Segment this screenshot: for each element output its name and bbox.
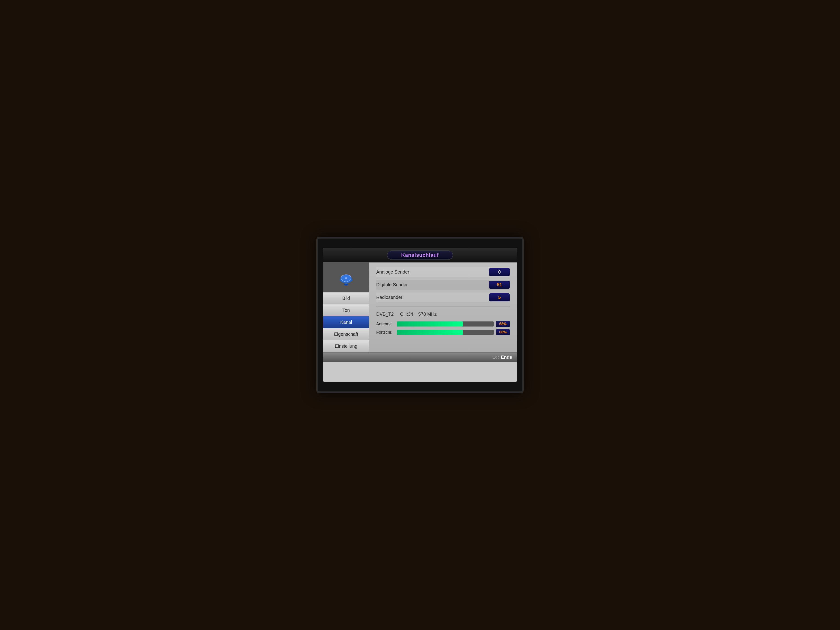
antenne-label: Antenne xyxy=(376,322,395,327)
antenne-percent: 68% xyxy=(496,321,510,327)
sidebar-item-einstellung[interactable]: Einstellung xyxy=(323,340,369,352)
radiosender-row: Radiosender: 5 xyxy=(376,292,510,302)
channel-freq: 578 MHz xyxy=(418,311,437,317)
footer: Exit Ende xyxy=(323,352,517,362)
page-title: Kanalsuchlauf xyxy=(401,252,439,258)
sidebar-item-eigenschaft[interactable]: Eigenschaft xyxy=(323,328,369,340)
right-panel: Analoge Sender: 0 Digitale Sender: 51 Ra… xyxy=(369,262,517,352)
fortschr-row: Fortschr. 68% xyxy=(376,329,510,335)
divider xyxy=(376,306,510,306)
svg-point-6 xyxy=(344,284,348,286)
antenne-bar-fill xyxy=(397,321,463,327)
radiosender-label: Radiosender: xyxy=(376,295,404,300)
fortschr-bar-fill xyxy=(397,330,463,335)
main-content: Bild Ton Kanal Eigenschaft Einstellung xyxy=(323,262,517,352)
title-bar: Kanalsuchlauf xyxy=(323,248,517,262)
progress-section: Antenne 68% Fortschr. 68% xyxy=(376,321,510,335)
sidebar: Bild Ton Kanal Eigenschaft Einstellung xyxy=(323,262,369,352)
tv-container: Kanalsuchlauf xyxy=(316,237,524,393)
radiosender-value: 5 xyxy=(489,294,510,302)
exit-label: Exit xyxy=(492,355,499,360)
fortschr-label: Fortschr. xyxy=(376,330,395,335)
svg-point-4 xyxy=(345,277,347,279)
analoge-sender-row: Analoge Sender: 0 xyxy=(376,267,510,277)
title-pill: Kanalsuchlauf xyxy=(387,251,453,260)
fortschr-percent: 68% xyxy=(496,329,510,335)
satellite-icon-area xyxy=(323,262,369,292)
antenne-bar-container xyxy=(397,321,494,327)
channel-ch: CH:34 xyxy=(400,311,413,317)
analoge-sender-label: Analoge Sender: xyxy=(376,269,411,275)
digitale-sender-label: Digitale Sender: xyxy=(376,282,409,287)
sidebar-item-kanal[interactable]: Kanal xyxy=(323,316,369,328)
analoge-sender-value: 0 xyxy=(489,268,510,276)
digitale-sender-value: 51 xyxy=(489,281,510,289)
antenne-row: Antenne 68% xyxy=(376,321,510,327)
sidebar-item-bild[interactable]: Bild xyxy=(323,292,369,305)
sidebar-item-ton[interactable]: Ton xyxy=(323,305,369,316)
digitale-sender-row: Digitale Sender: 51 xyxy=(376,280,510,290)
satellite-icon xyxy=(337,268,355,286)
channel-info: DVB_T2 CH:34 578 MHz xyxy=(376,310,510,318)
channel-standard: DVB_T2 xyxy=(376,311,394,317)
tv-screen: Kanalsuchlauf xyxy=(323,248,517,382)
fortschr-bar-container xyxy=(397,330,494,335)
ende-label: Ende xyxy=(501,355,512,360)
